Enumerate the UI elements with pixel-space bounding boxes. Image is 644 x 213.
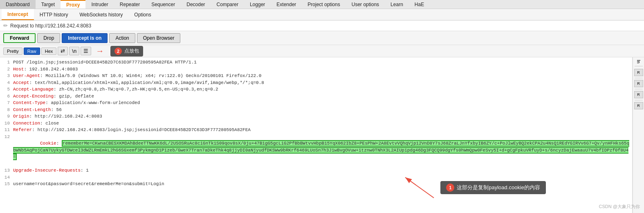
annotation-2-bubble: 2 点放包 (110, 46, 143, 57)
line-9: 9 Origin: http://192.168.242.4:8083 (2, 113, 630, 120)
nav-intruder[interactable]: Intruder (85, 0, 114, 9)
drop-button[interactable]: Drop (37, 33, 60, 43)
line-4: 4 Accept: text/html,application/xhtml+xm… (2, 79, 630, 86)
nav-dashboard[interactable]: Dashboard (0, 0, 36, 9)
action-button[interactable]: Action (109, 33, 135, 43)
top-nav: Dashboard Target Proxy Intruder Repeater… (0, 0, 644, 9)
nav-target[interactable]: Target (36, 0, 61, 9)
right-panel: In R R R R (633, 57, 644, 213)
line-6: 6 Accept-Encoding: gzip, deflate (2, 93, 630, 100)
arrow-right-indicator: → (96, 46, 104, 56)
right-btn-4[interactable]: R (634, 102, 643, 109)
pretty-button[interactable]: Pretty (3, 48, 22, 55)
format-bar: Pretty Raw Hex ⇄ \n ☰ → 2 点放包 (0, 45, 644, 57)
annotation-1-container: 1 这部分是复制payload.cookie的内容 (401, 175, 546, 200)
line-13: 13 Upgrade-Insecure-Requests: 1 (2, 167, 630, 174)
in-label: In (636, 60, 641, 63)
annotation-1-box: 1 这部分是复制payload.cookie的内容 (440, 181, 546, 194)
menu-icon-button[interactable]: ☰ (81, 47, 91, 55)
nav-comparer[interactable]: Comparer (211, 0, 244, 9)
line-3: 3 User-Agent: Mozilla/5.0 (Windows NT 10… (2, 73, 630, 79)
intercept-button[interactable]: Intercept is on (62, 33, 108, 43)
line-12: 12 Cookie: rememberMe=CKwnaCBESXKMDAhBde… (2, 134, 630, 168)
line-7: 7 Content-Type: application/x-www-form-u… (2, 100, 630, 106)
right-btn-3[interactable]: R (634, 91, 643, 98)
request-bar: ✏ Request to http://192.168.242.4:8083 (0, 20, 644, 31)
annotation-arrow (401, 175, 438, 200)
watermark: CSDN @大象只为你 (599, 204, 640, 210)
hex-button[interactable]: Hex (41, 48, 57, 55)
nav-sequencer[interactable]: Sequencer (146, 0, 181, 9)
tab-options[interactable]: Options (128, 9, 157, 20)
annotation-1-label: 这部分是复制payload.cookie的内容 (457, 184, 540, 191)
forward-button[interactable]: Forward (3, 33, 36, 43)
right-btn-1[interactable]: R (634, 69, 643, 76)
nav-user-options[interactable]: User options (346, 0, 385, 9)
request-url: Request to http://192.168.242.4:8083 (10, 23, 91, 29)
right-btn-2[interactable]: R (634, 80, 643, 87)
line-10: 10 Connection: close (2, 120, 630, 127)
annotation-2-number: 2 (114, 48, 122, 55)
nav-learn[interactable]: Learn (385, 0, 409, 9)
action-bar: Forward Drop Intercept is on Action Open… (0, 31, 644, 45)
nav-decoder[interactable]: Decoder (181, 0, 211, 9)
line-1: 1 POST /login.jsp;jsessionid=DCEE845B2D7… (2, 59, 630, 66)
nav-hae[interactable]: HaE (409, 0, 430, 9)
line-5: 5 Accept-Language: zh-CN,zh;q=0.8,zh-TW;… (2, 86, 630, 93)
nav-repeater[interactable]: Repeater (114, 0, 146, 9)
edit-icon: ✏ (3, 23, 8, 29)
nav-project-options[interactable]: Project options (302, 0, 346, 9)
line-2: 2 Host: 192.168.242.4:8083 (2, 66, 630, 73)
newline-icon-button[interactable]: \n (69, 47, 79, 55)
nav-proxy[interactable]: Proxy (61, 0, 85, 9)
tab-websockets-history[interactable]: WebSockets history (74, 9, 128, 20)
copy-icon-button[interactable]: ⇄ (58, 47, 68, 55)
raw-button[interactable]: Raw (24, 48, 40, 55)
tab-http-history[interactable]: HTTP history (34, 9, 74, 20)
open-browser-button[interactable]: Open Browser (137, 33, 181, 43)
tab-intercept[interactable]: Intercept (2, 9, 34, 20)
line-11: 11 Referer: http://192.168.242.4:8083/lo… (2, 127, 630, 134)
second-nav: Intercept HTTP history WebSockets histor… (0, 9, 644, 20)
nav-logger[interactable]: Logger (244, 0, 271, 9)
annotation-1-number: 1 (446, 184, 454, 192)
svg-line-1 (405, 177, 434, 198)
line-8: 8 Content-Length: 56 (2, 106, 630, 113)
annotation-2-label: 点放包 (124, 48, 139, 54)
nav-extender[interactable]: Extender (271, 0, 302, 9)
